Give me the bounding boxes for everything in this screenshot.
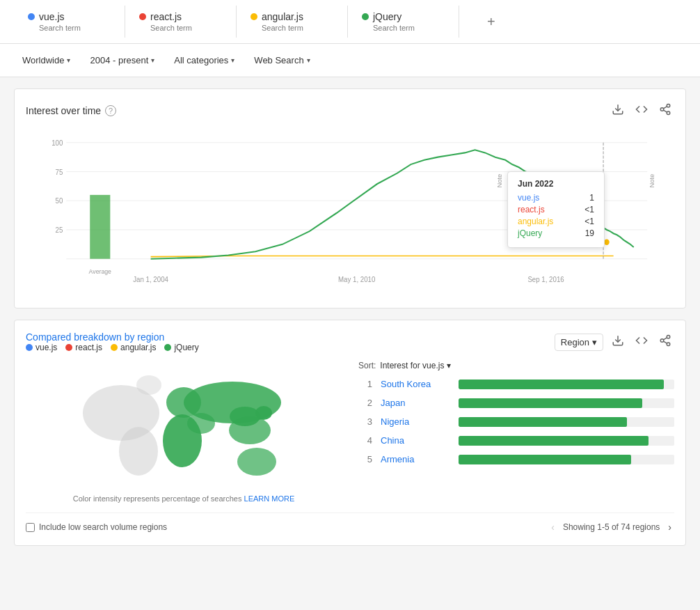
interest-title-text: Interest over time xyxy=(26,105,101,116)
share-icon[interactable] xyxy=(656,100,674,121)
next-page-button[interactable]: › xyxy=(665,520,674,534)
legend-label-vuejs: vue.js xyxy=(35,343,57,352)
rank-num-3: 3 xyxy=(358,416,372,427)
region-embed-icon[interactable] xyxy=(633,331,651,352)
tooltip-term-jquery: jQuery xyxy=(518,228,542,238)
tooltip-term-angularjs: angular.js xyxy=(518,217,553,226)
ranking-item-1: 1 South Korea xyxy=(358,379,674,389)
sort-chevron: ▾ xyxy=(447,361,451,370)
sort-label: Sort: xyxy=(358,361,376,370)
svg-text:May 1, 2010: May 1, 2010 xyxy=(338,276,376,283)
search-type-filter-chevron: ▾ xyxy=(307,56,310,64)
rank-bar-1 xyxy=(459,380,664,389)
term-sublabel-vuejs: Search term xyxy=(39,24,111,32)
category-filter-button[interactable]: All categories ▾ xyxy=(166,51,243,70)
chart-tooltip: Jun 2022 vue.js 1 react.js <1 angular.js… xyxy=(507,171,605,248)
term-item-jquery[interactable]: jQuery Search term xyxy=(348,6,459,38)
svg-line-29 xyxy=(663,338,667,340)
sort-row: Sort: Interest for vue.js ▾ xyxy=(358,361,674,370)
sort-value-text: Interest for vue.js xyxy=(380,361,444,370)
low-volume-checkbox[interactable] xyxy=(26,523,35,532)
svg-text:Note: Note xyxy=(497,174,504,188)
region-filter-label: Worldwide xyxy=(22,55,64,65)
legend-angularjs: angular.js xyxy=(111,343,156,352)
rank-num-5: 5 xyxy=(358,454,372,464)
svg-line-5 xyxy=(663,107,667,109)
add-term-button[interactable]: + xyxy=(473,8,509,36)
rank-bar-5 xyxy=(459,455,631,464)
term-label-jquery: jQuery xyxy=(373,11,401,22)
term-item-vuejs[interactable]: vue.js Search term xyxy=(14,6,125,38)
rank-bar-container-4 xyxy=(459,436,674,446)
rank-bar-container-2 xyxy=(459,398,674,408)
interest-help-icon[interactable]: ? xyxy=(105,105,116,116)
svg-point-3 xyxy=(667,111,670,115)
svg-text:Sep 1, 2016: Sep 1, 2016 xyxy=(527,276,564,283)
search-type-filter-label: Web Search xyxy=(254,55,303,65)
rank-name-2[interactable]: Japan xyxy=(381,398,450,408)
tooltip-val-vuejs: 1 xyxy=(589,193,594,203)
interest-chart-area: 100 75 50 25 Average Jan 1, 2004 May 1, … xyxy=(26,130,674,297)
rank-name-3[interactable]: Nigeria xyxy=(381,416,450,427)
region-header-left: Compared breakdown by region vue.js reac… xyxy=(26,331,199,352)
term-label-vuejs: vue.js xyxy=(39,11,65,22)
svg-line-4 xyxy=(663,110,667,112)
map-note-text: Color intensity represents percentage of… xyxy=(73,494,242,503)
world-map-svg xyxy=(72,361,295,486)
svg-line-28 xyxy=(663,341,667,343)
region-download-icon[interactable] xyxy=(609,331,627,352)
dot-vuejs xyxy=(28,13,35,20)
map-note: Color intensity represents percentage of… xyxy=(73,494,295,503)
region-dropdown-label: Region xyxy=(561,337,589,347)
rank-name-1[interactable]: South Korea xyxy=(381,379,450,389)
tooltip-row-vuejs: vue.js 1 xyxy=(518,193,594,203)
date-filter-button[interactable]: 2004 - present ▾ xyxy=(81,51,163,70)
term-item-angularjs[interactable]: angular.js Search term xyxy=(237,6,348,38)
term-sublabel-reactjs: Search term xyxy=(150,24,222,32)
term-label-angularjs: angular.js xyxy=(262,11,303,22)
date-filter-label: 2004 - present xyxy=(90,55,148,65)
dot-reactjs xyxy=(139,13,146,20)
term-item-reactjs[interactable]: react.js Search term xyxy=(125,6,237,38)
rank-bar-4 xyxy=(459,436,649,446)
legend-dot-jquery xyxy=(164,344,171,351)
region-filter-button[interactable]: Worldwide ▾ xyxy=(14,51,79,70)
dot-jquery xyxy=(362,13,369,20)
legend-row: vue.js react.js angular.js jQuery xyxy=(26,343,199,352)
rank-name-5[interactable]: Armenia xyxy=(381,454,450,464)
legend-label-angularjs: angular.js xyxy=(120,343,156,352)
sort-value-dropdown[interactable]: Interest for vue.js ▾ xyxy=(380,361,451,370)
region-title: Compared breakdown by region xyxy=(26,331,199,343)
category-filter-chevron: ▾ xyxy=(231,56,234,64)
region-dropdown-chevron: ▾ xyxy=(592,337,597,347)
rank-bar-container-5 xyxy=(459,455,674,464)
legend-label-reactjs: react.js xyxy=(75,343,102,352)
tooltip-row-reactjs: react.js <1 xyxy=(518,205,594,214)
rank-bar-container-1 xyxy=(459,380,674,389)
region-type-dropdown[interactable]: Region ▾ xyxy=(555,334,603,351)
term-label-reactjs: react.js xyxy=(150,11,182,22)
region-controls: Region ▾ xyxy=(555,331,674,352)
learn-more-link[interactable]: LEARN MORE xyxy=(244,494,295,503)
legend-label-jquery: jQuery xyxy=(174,343,198,352)
svg-text:Jan 1, 2004: Jan 1, 2004 xyxy=(133,276,168,283)
interest-card-title: Interest over time ? xyxy=(26,105,116,116)
interest-card-actions xyxy=(609,100,674,121)
tooltip-val-reactjs: <1 xyxy=(584,205,594,214)
rank-bar-2 xyxy=(459,398,642,408)
download-icon[interactable] xyxy=(609,100,627,121)
svg-point-39 xyxy=(230,407,260,426)
search-type-filter-button[interactable]: Web Search ▾ xyxy=(246,51,318,70)
svg-point-35 xyxy=(187,413,215,434)
rank-num-4: 4 xyxy=(358,435,372,446)
rank-num-2: 2 xyxy=(358,398,372,408)
date-filter-chevron: ▾ xyxy=(151,56,154,64)
region-breakdown-card: Compared breakdown by region vue.js reac… xyxy=(14,320,686,546)
filter-bar: Worldwide ▾ 2004 - present ▾ All categor… xyxy=(0,44,700,77)
prev-page-button[interactable]: ‹ xyxy=(548,520,557,534)
embed-icon[interactable] xyxy=(633,100,651,121)
tooltip-date: Jun 2022 xyxy=(518,179,594,189)
region-share-icon[interactable] xyxy=(656,331,674,352)
svg-point-31 xyxy=(119,427,158,476)
rank-name-4[interactable]: China xyxy=(381,435,450,446)
